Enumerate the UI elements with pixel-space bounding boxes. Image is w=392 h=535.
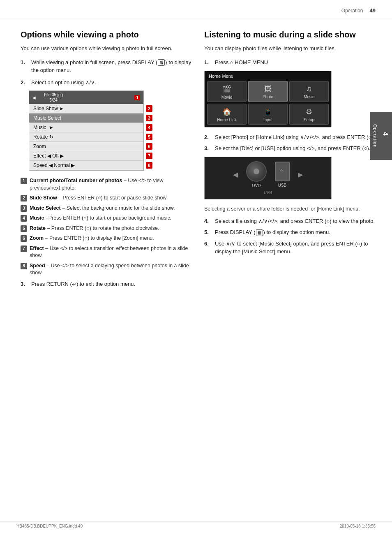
ann-badge-6: 6 (21, 235, 27, 242)
nav-arrow-right: ▶ (298, 171, 303, 178)
home-menu-mockup: Home Menu 🎬 Movie 🖼 Photo ♫ Music (204, 71, 332, 127)
zoom-label: Zoom (33, 144, 139, 149)
right-step-5: 5. Press DISPLAY (▩) to display the opti… (204, 228, 376, 236)
ann-text-4: Music –Press ENTER (○) to start or pause… (30, 215, 192, 222)
file-name: File 05.jpg (44, 92, 63, 97)
ann-text-1: Current photo/Total number of photos – U… (30, 177, 192, 192)
usb-icon: 🔌 (280, 169, 284, 173)
home-menu-music: ♫ Music (289, 81, 329, 102)
right-step-2: 2. Select [Photo] or [Home Link] using ∧… (204, 133, 376, 141)
ann-text-8: Speed – Use </> to select a delaying spe… (30, 262, 192, 277)
annotation-7: 7 Effect – Use </> to select a transitio… (21, 245, 192, 259)
r-step-1-num: 1. (204, 58, 213, 67)
badge-8: 8 (146, 162, 152, 169)
home-menu-movie: 🎬 Movie (207, 81, 247, 102)
disc-inner (254, 169, 259, 174)
left-steps-list: 1. While viewing a photo in full screen,… (21, 58, 192, 87)
page-footer: HB485-DB.BDEUPPK_ENG.indd 49 2010-05-18 … (0, 521, 392, 531)
usb-rect: 🔌 (275, 162, 290, 181)
music-label: Music ► (33, 125, 139, 130)
ann-text-2: Slide Show – Press ENTER (○) to start or… (30, 195, 192, 202)
badge-4: 4 (146, 124, 152, 131)
disc-item: DVD (246, 161, 267, 188)
menu-row-music-select: Music Select 3 (29, 113, 143, 123)
right-step-6: 6. Use ∧/∨ to select [Music Select] opti… (204, 240, 376, 256)
left-step-2: 2. Select an option using ∧/∨. (21, 79, 192, 87)
rotate-label: Rotate ↻ (33, 134, 139, 140)
menu-mockup: ◀ File 05.jpg 5/24 1 Slide Show ► 2 (29, 90, 144, 171)
file-count: 5/24 (49, 97, 57, 103)
r-step-4-num: 4. (204, 217, 213, 225)
annotation-list: 1 Current photo/Total number of photos –… (21, 177, 192, 277)
homelink-icon: 🏠 (222, 107, 231, 116)
slide-show-label: Slide Show ► (33, 106, 139, 111)
menu-row-zoom: Zoom 6 (29, 142, 143, 151)
ann-badge-5: 5 (21, 225, 27, 232)
home-menu-grid-top: 🎬 Movie 🖼 Photo ♫ Music (207, 81, 329, 102)
left-section-intro: You can use various options while viewin… (21, 44, 192, 53)
annotation-8: 8 Speed – Use </> to select a delaying s… (21, 262, 192, 277)
header-page-num: 49 (370, 7, 376, 14)
footer-right: 2010-05-18 1:35:56 (340, 524, 376, 528)
movie-label: Movie (221, 95, 233, 100)
menu-file-info: File 05.jpg 5/24 (44, 92, 63, 103)
step-1-content: While viewing a photo in full screen, pr… (31, 58, 192, 74)
usb-label: USB (278, 183, 287, 188)
right-section-title: Listening to music during a slide show (204, 30, 376, 39)
ann-badge-1: 1 (21, 178, 27, 184)
disc-usb-note: Selecting a server or a share folder is … (204, 205, 376, 213)
setup-label: Setup (304, 118, 314, 122)
usb-item: 🔌 USB (275, 162, 290, 188)
photo-label: Photo (263, 95, 273, 99)
input-icon: 📱 (263, 107, 272, 116)
badge-6: 6 (146, 143, 152, 150)
right-step-3: 3. Select the [Disc] or [USB] option usi… (204, 144, 376, 153)
movie-icon: 🎬 (222, 85, 231, 94)
homelink-label: Home Link (217, 118, 237, 122)
annotation-1: 1 Current photo/Total number of photos –… (21, 177, 192, 192)
right-steps-2-3: 2. Select [Photo] or [Home Link] using ∧… (204, 133, 376, 153)
music-label: Music (304, 95, 314, 99)
ann-badge-4: 4 (21, 215, 27, 222)
right-steps-4-6: 4. Select a file using ∧/∨/</>, and pres… (204, 217, 376, 256)
header-section: Operation (341, 8, 363, 14)
side-tab-text: Operation (373, 124, 378, 148)
display-btn-icon: ▩ (256, 229, 263, 236)
home-icon: ⌂ (230, 58, 233, 67)
r-step-3-content: Select the [Disc] or [USB] option using … (215, 144, 376, 153)
left-section-title: Options while viewing a photo (21, 30, 192, 39)
ann-text-3: Music Select – Select the background mus… (30, 205, 192, 212)
side-tab-number: 4 (382, 132, 389, 136)
badge-2: 2 (146, 105, 152, 112)
r-step-6-content: Use ∧/∨ to select [Music Select] option,… (215, 240, 376, 256)
nav-arrow-left: ◀ (233, 171, 238, 178)
r-step-5-content: Press DISPLAY (▩) to display the option … (215, 228, 376, 236)
right-steps-list: 1. Press ⌂ HOME MENU (204, 58, 376, 67)
speed-label: Speed ◀ Normal ▶ (33, 162, 139, 168)
left-step-3: 3. Press RETURN (↵) to exit the option m… (21, 281, 192, 287)
annotation-4: 4 Music –Press ENTER (○) to start or pau… (21, 215, 192, 222)
return-icon: ↵ (72, 281, 76, 287)
r-step-6-num: 6. (204, 240, 213, 256)
ann-text-6: Zoom – Press ENTER (○) to display the [Z… (30, 235, 192, 242)
disc-usb-mockup: ◀ DVD 🔌 USB ▶ USB (204, 157, 332, 199)
menu-row-music: Music ► 4 (29, 123, 143, 132)
page-header: Operation 49 (0, 0, 392, 17)
display-icon: ▩ (158, 59, 165, 66)
step-3-content: Press RETURN (↵) to exit the option menu… (31, 281, 192, 287)
home-menu-input: 📱 Input (248, 104, 288, 125)
step-2-num: 2. (21, 79, 30, 87)
music-icon: ♫ (306, 85, 312, 93)
side-tab: 4 Operation (370, 112, 392, 160)
menu-row-effect: Effect ◀ Off ▶ 7 (29, 151, 143, 161)
ann-badge-3: 3 (21, 205, 27, 212)
footer-left: HB485-DB.BDEUPPK_ENG.indd 49 (16, 524, 83, 528)
ann-badge-8: 8 (21, 263, 27, 269)
setup-icon: ⚙ (306, 107, 312, 116)
disc-usb-row: ◀ DVD 🔌 USB ▶ (233, 161, 303, 188)
ann-badge-7: 7 (21, 245, 27, 252)
input-label: Input (263, 118, 272, 122)
home-menu-homelink: 🏠 Home Link (207, 104, 247, 125)
left-column: Options while viewing a photo You can us… (21, 30, 192, 287)
menu-row-rotate: Rotate ↻ 5 (29, 132, 143, 142)
